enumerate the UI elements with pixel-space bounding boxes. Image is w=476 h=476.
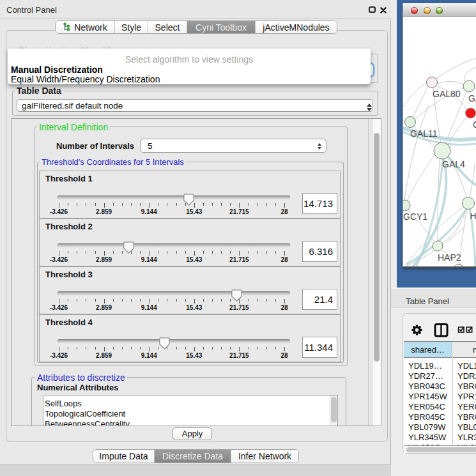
svg-text:HAP2: HAP2 xyxy=(438,252,461,263)
svg-text:GA: GA xyxy=(468,93,476,104)
svg-text:GAL80: GAL80 xyxy=(433,89,461,99)
svg-text:GAL11: GAL11 xyxy=(410,128,438,139)
svg-text:H: H xyxy=(470,211,476,221)
svg-text:C: C xyxy=(473,119,476,130)
svg-text:GCY1: GCY1 xyxy=(403,211,427,222)
svg-text:GAL4: GAL4 xyxy=(442,159,465,169)
